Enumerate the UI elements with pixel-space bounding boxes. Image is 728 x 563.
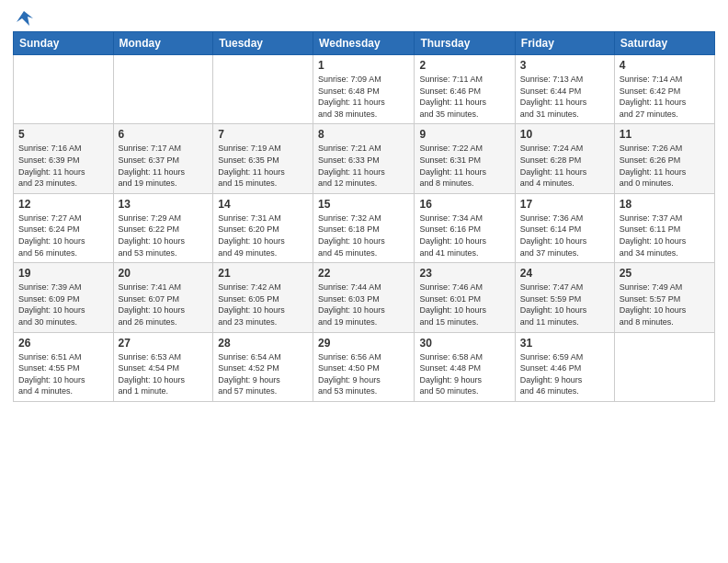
day-info: Sunrise: 7:27 AM Sunset: 6:24 PM Dayligh… xyxy=(18,213,108,259)
week-row-5: 26Sunrise: 6:51 AM Sunset: 4:55 PM Dayli… xyxy=(14,332,715,401)
calendar-cell: 30Sunrise: 6:58 AM Sunset: 4:48 PM Dayli… xyxy=(415,332,515,401)
day-number: 26 xyxy=(18,337,108,350)
day-number: 1 xyxy=(318,59,409,72)
day-number: 29 xyxy=(318,337,409,350)
day-number: 9 xyxy=(419,128,509,141)
day-number: 4 xyxy=(620,59,710,72)
day-number: 19 xyxy=(18,267,108,280)
day-info: Sunrise: 6:59 AM Sunset: 4:46 PM Dayligh… xyxy=(520,351,609,397)
day-number: 5 xyxy=(18,128,108,141)
day-number: 6 xyxy=(119,128,209,141)
day-number: 3 xyxy=(520,59,609,72)
day-info: Sunrise: 7:09 AM Sunset: 6:48 PM Dayligh… xyxy=(318,74,409,120)
calendar-cell: 5Sunrise: 7:16 AM Sunset: 6:39 PM Daylig… xyxy=(14,124,114,193)
calendar-cell: 25Sunrise: 7:49 AM Sunset: 5:57 PM Dayli… xyxy=(614,263,714,332)
calendar-cell: 7Sunrise: 7:19 AM Sunset: 6:35 PM Daylig… xyxy=(213,124,313,193)
weekday-header-thursday: Thursday xyxy=(415,32,515,55)
weekday-header-friday: Friday xyxy=(515,32,614,55)
day-number: 23 xyxy=(419,267,509,280)
day-number: 22 xyxy=(318,267,409,280)
day-number: 17 xyxy=(520,198,609,211)
day-info: Sunrise: 7:17 AM Sunset: 6:37 PM Dayligh… xyxy=(119,143,209,189)
weekday-header-monday: Monday xyxy=(113,32,213,55)
calendar-cell: 16Sunrise: 7:34 AM Sunset: 6:16 PM Dayli… xyxy=(415,193,515,262)
day-number: 2 xyxy=(419,59,509,72)
week-row-2: 5Sunrise: 7:16 AM Sunset: 6:39 PM Daylig… xyxy=(14,124,715,193)
day-info: Sunrise: 7:14 AM Sunset: 6:42 PM Dayligh… xyxy=(620,74,710,120)
day-info: Sunrise: 7:13 AM Sunset: 6:44 PM Dayligh… xyxy=(520,74,609,120)
calendar-table: SundayMondayTuesdayWednesdayThursdayFrid… xyxy=(13,31,715,402)
day-number: 31 xyxy=(520,337,609,350)
calendar-cell: 3Sunrise: 7:13 AM Sunset: 6:44 PM Daylig… xyxy=(515,55,614,124)
day-info: Sunrise: 7:49 AM Sunset: 5:57 PM Dayligh… xyxy=(620,282,710,327)
weekday-header-saturday: Saturday xyxy=(614,32,714,55)
day-number: 8 xyxy=(318,128,409,141)
day-info: Sunrise: 7:39 AM Sunset: 6:09 PM Dayligh… xyxy=(18,282,108,327)
calendar-cell: 26Sunrise: 6:51 AM Sunset: 4:55 PM Dayli… xyxy=(14,332,114,401)
week-row-3: 12Sunrise: 7:27 AM Sunset: 6:24 PM Dayli… xyxy=(14,193,715,262)
logo xyxy=(13,9,33,24)
day-info: Sunrise: 7:36 AM Sunset: 6:14 PM Dayligh… xyxy=(520,213,609,259)
day-info: Sunrise: 7:31 AM Sunset: 6:20 PM Dayligh… xyxy=(218,213,308,259)
calendar-cell: 1Sunrise: 7:09 AM Sunset: 6:48 PM Daylig… xyxy=(313,55,415,124)
page: SundayMondayTuesdayWednesdayThursdayFrid… xyxy=(0,0,728,563)
day-info: Sunrise: 6:56 AM Sunset: 4:50 PM Dayligh… xyxy=(318,351,409,397)
weekday-header-wednesday: Wednesday xyxy=(313,32,415,55)
day-number: 16 xyxy=(419,198,509,211)
day-info: Sunrise: 7:37 AM Sunset: 6:11 PM Dayligh… xyxy=(620,213,710,259)
week-row-1: 1Sunrise: 7:09 AM Sunset: 6:48 PM Daylig… xyxy=(14,55,715,124)
day-info: Sunrise: 7:26 AM Sunset: 6:26 PM Dayligh… xyxy=(620,143,710,189)
day-info: Sunrise: 6:54 AM Sunset: 4:52 PM Dayligh… xyxy=(218,351,308,397)
day-info: Sunrise: 7:11 AM Sunset: 6:46 PM Dayligh… xyxy=(419,74,509,120)
day-info: Sunrise: 7:34 AM Sunset: 6:16 PM Dayligh… xyxy=(419,213,509,259)
day-info: Sunrise: 7:19 AM Sunset: 6:35 PM Dayligh… xyxy=(218,143,308,189)
calendar-cell: 29Sunrise: 6:56 AM Sunset: 4:50 PM Dayli… xyxy=(313,332,415,401)
day-number: 18 xyxy=(620,198,710,211)
weekday-header-tuesday: Tuesday xyxy=(213,32,313,55)
calendar-cell: 6Sunrise: 7:17 AM Sunset: 6:37 PM Daylig… xyxy=(113,124,213,193)
calendar-cell: 8Sunrise: 7:21 AM Sunset: 6:33 PM Daylig… xyxy=(313,124,415,193)
calendar-cell xyxy=(14,55,114,124)
calendar-cell: 20Sunrise: 7:41 AM Sunset: 6:07 PM Dayli… xyxy=(113,263,213,332)
calendar-cell: 22Sunrise: 7:44 AM Sunset: 6:03 PM Dayli… xyxy=(313,263,415,332)
calendar-cell: 23Sunrise: 7:46 AM Sunset: 6:01 PM Dayli… xyxy=(415,263,515,332)
calendar-cell: 12Sunrise: 7:27 AM Sunset: 6:24 PM Dayli… xyxy=(14,193,114,262)
day-info: Sunrise: 7:32 AM Sunset: 6:18 PM Dayligh… xyxy=(318,213,409,259)
calendar-cell xyxy=(113,55,213,124)
calendar-cell xyxy=(213,55,313,124)
day-number: 24 xyxy=(520,267,609,280)
calendar-cell: 4Sunrise: 7:14 AM Sunset: 6:42 PM Daylig… xyxy=(614,55,714,124)
svg-marker-0 xyxy=(17,11,33,26)
day-number: 28 xyxy=(218,337,308,350)
day-info: Sunrise: 7:41 AM Sunset: 6:07 PM Dayligh… xyxy=(119,282,209,327)
day-info: Sunrise: 7:21 AM Sunset: 6:33 PM Dayligh… xyxy=(318,143,409,189)
calendar-cell: 2Sunrise: 7:11 AM Sunset: 6:46 PM Daylig… xyxy=(415,55,515,124)
day-info: Sunrise: 6:53 AM Sunset: 4:54 PM Dayligh… xyxy=(119,351,209,397)
calendar-cell: 14Sunrise: 7:31 AM Sunset: 6:20 PM Dayli… xyxy=(213,193,313,262)
day-number: 10 xyxy=(520,128,609,141)
calendar-cell: 28Sunrise: 6:54 AM Sunset: 4:52 PM Dayli… xyxy=(213,332,313,401)
day-info: Sunrise: 7:29 AM Sunset: 6:22 PM Dayligh… xyxy=(119,213,209,259)
day-number: 20 xyxy=(119,267,209,280)
day-info: Sunrise: 6:51 AM Sunset: 4:55 PM Dayligh… xyxy=(18,351,108,397)
day-info: Sunrise: 7:47 AM Sunset: 5:59 PM Dayligh… xyxy=(520,282,609,327)
day-info: Sunrise: 7:16 AM Sunset: 6:39 PM Dayligh… xyxy=(18,143,108,189)
day-info: Sunrise: 7:22 AM Sunset: 6:31 PM Dayligh… xyxy=(419,143,509,189)
calendar-cell: 27Sunrise: 6:53 AM Sunset: 4:54 PM Dayli… xyxy=(113,332,213,401)
calendar-cell xyxy=(614,332,714,401)
calendar-cell: 17Sunrise: 7:36 AM Sunset: 6:14 PM Dayli… xyxy=(515,193,614,262)
calendar-cell: 31Sunrise: 6:59 AM Sunset: 4:46 PM Dayli… xyxy=(515,332,614,401)
day-number: 30 xyxy=(419,337,509,350)
day-number: 21 xyxy=(218,267,308,280)
day-number: 15 xyxy=(318,198,409,211)
day-info: Sunrise: 7:24 AM Sunset: 6:28 PM Dayligh… xyxy=(520,143,609,189)
header xyxy=(13,9,715,24)
day-info: Sunrise: 6:58 AM Sunset: 4:48 PM Dayligh… xyxy=(419,351,509,397)
day-number: 11 xyxy=(620,128,710,141)
calendar-cell: 10Sunrise: 7:24 AM Sunset: 6:28 PM Dayli… xyxy=(515,124,614,193)
calendar-cell: 11Sunrise: 7:26 AM Sunset: 6:26 PM Dayli… xyxy=(614,124,714,193)
day-number: 12 xyxy=(18,198,108,211)
weekday-header-sunday: Sunday xyxy=(14,32,114,55)
day-info: Sunrise: 7:44 AM Sunset: 6:03 PM Dayligh… xyxy=(318,282,409,327)
weekday-header-row: SundayMondayTuesdayWednesdayThursdayFrid… xyxy=(14,32,715,55)
